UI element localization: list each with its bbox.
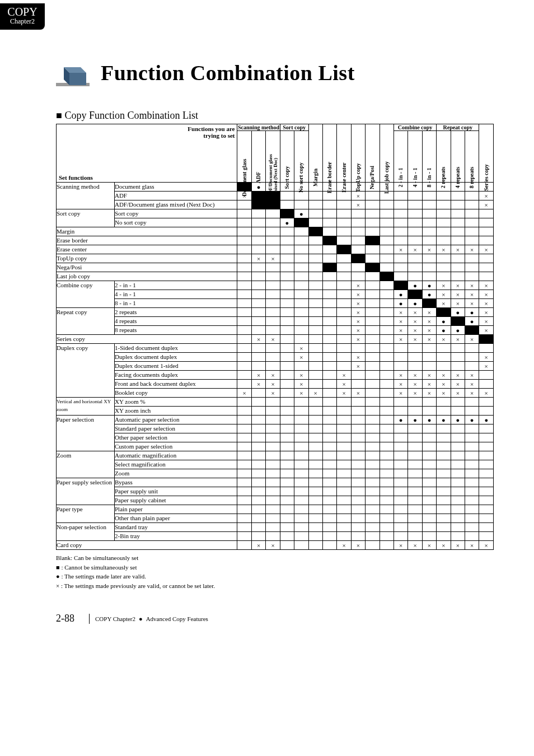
colgroup-combine: Combine copy (394, 124, 436, 131)
table-cell (280, 263, 294, 272)
table-cell (308, 389, 322, 398)
table-cell (366, 424, 380, 433)
page-footer: 2-88 COPY Chapter2 ● Advanced Copy Featu… (56, 613, 494, 624)
table-cell (322, 218, 336, 227)
table-cell (337, 317, 351, 326)
table-cell (451, 299, 465, 308)
table-cell (422, 200, 436, 209)
table-cell (251, 371, 265, 380)
table-cell (280, 460, 294, 469)
table-cell (237, 272, 251, 281)
combination-table: Functions you are trying to set Set func… (56, 124, 494, 550)
table-cell (437, 272, 451, 281)
table-cell (280, 532, 294, 541)
table-cell (308, 299, 322, 308)
table-cell (351, 317, 365, 326)
table-cell (266, 353, 280, 362)
table-cell (266, 514, 280, 523)
table-cell (294, 254, 308, 263)
table-cell (380, 236, 394, 245)
row-label: 8 repeats (114, 326, 237, 335)
table-cell (394, 478, 407, 487)
table-cell (266, 263, 280, 272)
table-cell (408, 451, 422, 460)
table-cell (408, 317, 422, 326)
table-cell (437, 407, 451, 416)
table-cell (479, 532, 494, 541)
table-cell (266, 407, 280, 416)
table-cell (251, 335, 265, 344)
table-cell (408, 478, 422, 487)
table-cell (337, 362, 351, 371)
col-4rep: 4 repeats (451, 131, 465, 183)
table-cell (294, 496, 308, 505)
table-cell (408, 389, 422, 398)
row-label: Automatic paper selection (114, 416, 237, 424)
table-cell (451, 317, 465, 326)
page-title: Function Combination List (101, 60, 355, 85)
table-cell (465, 424, 479, 433)
table-cell (366, 389, 380, 398)
table-cell (479, 227, 494, 236)
table-cell (237, 460, 251, 469)
table-cell (465, 263, 479, 272)
table-cell (337, 460, 351, 469)
table-cell (294, 514, 308, 523)
table-cell (351, 209, 365, 218)
table-cell (479, 254, 494, 263)
footer-section: Advanced Copy Features (146, 615, 208, 622)
table-cell (394, 209, 407, 218)
table-cell (280, 344, 294, 353)
table-cell (380, 532, 394, 541)
table-cell (422, 416, 436, 424)
table-cell (322, 424, 336, 433)
table-cell (422, 299, 436, 308)
table-cell (380, 290, 394, 299)
bullet-icon: ● (139, 615, 143, 622)
table-cell (465, 433, 479, 442)
table-cell (465, 290, 479, 299)
table-cell (251, 442, 265, 451)
table-cell (337, 416, 351, 424)
table-cell (266, 424, 280, 433)
table-cell (380, 335, 394, 344)
table-cell (422, 326, 436, 335)
table-cell (408, 532, 422, 541)
table-cell (351, 281, 365, 290)
col-2rep: 2 repeats (437, 131, 451, 183)
table-cell (251, 532, 265, 541)
table-cell (437, 424, 451, 433)
row-label: Bypass (114, 478, 237, 487)
table-cell (451, 308, 465, 317)
table-cell (322, 209, 336, 218)
table-cell (380, 505, 394, 514)
table-cell (294, 317, 308, 326)
table-cell (322, 407, 336, 416)
table-cell (380, 209, 394, 218)
table-cell (294, 227, 308, 236)
table-cell (394, 523, 407, 532)
col-sort: Sort copy (280, 131, 294, 183)
row-label: Automatic magnification (114, 451, 237, 460)
table-row: Combine copy2 - in - 1 (57, 281, 494, 290)
table-cell (322, 460, 336, 469)
table-cell (351, 433, 365, 442)
table-cell (408, 424, 422, 433)
table-cell (308, 192, 322, 200)
table-cell (266, 478, 280, 487)
table-row: ADF/Document glass mixed (Next Doc) (57, 200, 494, 209)
table-cell (465, 541, 479, 550)
table-cell (366, 371, 380, 380)
table-cell (394, 469, 407, 478)
table-cell (451, 227, 465, 236)
table-row: Last job copy (57, 272, 494, 281)
table-row: TopUp copy (57, 254, 494, 263)
table-cell (366, 281, 380, 290)
table-cell (280, 353, 294, 362)
table-cell (322, 236, 336, 245)
table-cell (280, 192, 294, 200)
table-cell (422, 523, 436, 532)
row-label: ADF (114, 192, 237, 200)
table-cell (308, 317, 322, 326)
table-cell (308, 532, 322, 541)
